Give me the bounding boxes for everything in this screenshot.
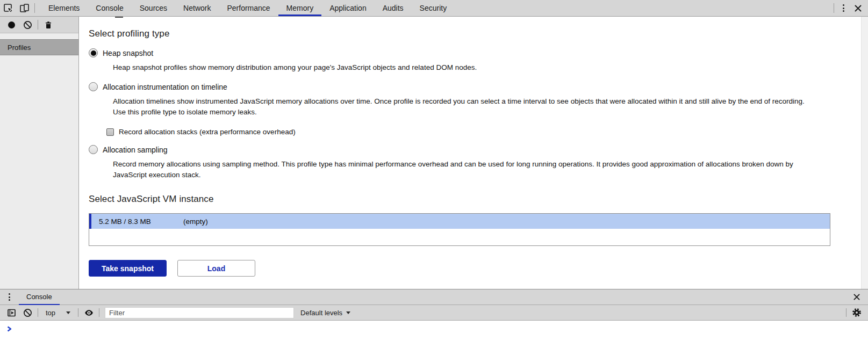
checkbox-label[interactable]: Record allocation stacks (extra performa… bbox=[119, 128, 296, 136]
more-options-icon[interactable] bbox=[836, 1, 851, 15]
radio-button-checked[interactable] bbox=[89, 48, 98, 57]
toolbar-separator bbox=[78, 308, 78, 317]
toolbar-separator bbox=[38, 20, 38, 30]
close-drawer-icon[interactable] bbox=[850, 290, 864, 304]
radio-heap-snapshot[interactable]: Heap snapshot bbox=[89, 48, 817, 57]
chevron-down-icon bbox=[346, 311, 350, 314]
tab-network[interactable]: Network bbox=[175, 0, 219, 16]
console-prompt-chevron-icon[interactable] bbox=[6, 324, 12, 334]
tab-console[interactable]: Console bbox=[88, 0, 131, 16]
checkbox-record-stacks[interactable] bbox=[106, 128, 114, 136]
panel-tabs: Elements Console Sources Network Perform… bbox=[40, 0, 455, 16]
vm-instance-size: 5.2 MB / 8.3 MB bbox=[99, 218, 183, 226]
memory-panel-content: Select profiling type Heap snapshot Heap… bbox=[80, 17, 868, 289]
sidebar-item-profiles[interactable]: Profiles bbox=[0, 39, 78, 55]
console-toolbar: top Default levels bbox=[0, 305, 868, 321]
vm-instance-title: (empty) bbox=[183, 218, 208, 226]
profiling-type-heading: Select profiling type bbox=[89, 28, 817, 39]
chevron-down-icon bbox=[66, 311, 70, 314]
vm-instance-row-selected[interactable]: 5.2 MB / 8.3 MB (empty) bbox=[89, 214, 830, 229]
radio-button[interactable] bbox=[89, 145, 98, 154]
toolbar-separator bbox=[99, 308, 99, 317]
allocation-timeline-description: Allocation timelines show instrumented J… bbox=[113, 96, 817, 118]
toolbar-separator bbox=[38, 308, 38, 317]
console-output-area[interactable] bbox=[0, 321, 868, 348]
record-profile-icon[interactable] bbox=[3, 17, 19, 33]
close-devtools-icon[interactable] bbox=[851, 1, 865, 15]
inspect-element-icon[interactable] bbox=[0, 0, 16, 16]
tab-memory[interactable]: Memory bbox=[278, 0, 322, 16]
vm-instance-list: 5.2 MB / 8.3 MB (empty) bbox=[89, 213, 830, 246]
drawer-more-options-icon[interactable] bbox=[3, 290, 16, 304]
tab-sources[interactable]: Sources bbox=[132, 0, 175, 16]
clear-console-icon[interactable] bbox=[19, 305, 35, 321]
device-toolbar-icon[interactable] bbox=[16, 0, 32, 16]
action-buttons: Take snapshot Load bbox=[89, 260, 817, 277]
console-drawer: Console top bbox=[0, 289, 868, 348]
clear-profiles-icon[interactable] bbox=[19, 17, 35, 33]
context-label: top bbox=[46, 309, 55, 317]
drawer-header: Console bbox=[0, 289, 868, 305]
vertical-scrollbar[interactable] bbox=[861, 17, 868, 289]
record-allocation-stacks-row[interactable]: Record allocation stacks (extra performa… bbox=[106, 128, 817, 136]
load-button[interactable]: Load bbox=[177, 260, 255, 277]
tab-elements[interactable]: Elements bbox=[40, 0, 88, 16]
take-snapshot-button[interactable]: Take snapshot bbox=[89, 260, 167, 277]
toolbar-separator bbox=[846, 308, 847, 317]
tab-audits[interactable]: Audits bbox=[375, 0, 412, 16]
drawer-tab-console[interactable]: Console bbox=[19, 289, 60, 305]
sidebar-item-label: Profiles bbox=[8, 44, 31, 52]
vm-instance-heading: Select JavaScript VM instance bbox=[89, 194, 817, 205]
radio-button[interactable] bbox=[89, 82, 98, 91]
radio-label[interactable]: Allocation instrumentation on timeline bbox=[103, 83, 227, 91]
trash-icon[interactable] bbox=[40, 17, 56, 33]
heap-snapshot-description: Heap snapshot profiles show memory distr… bbox=[113, 62, 817, 73]
devtools-main-toolbar: Elements Console Sources Network Perform… bbox=[0, 0, 868, 17]
toolbar-right-controls bbox=[831, 1, 865, 15]
radio-label[interactable]: Allocation sampling bbox=[103, 146, 168, 154]
radio-allocation-timeline[interactable]: Allocation instrumentation on timeline bbox=[89, 82, 817, 91]
toolbar-separator bbox=[834, 3, 834, 13]
memory-panel-toolbar bbox=[0, 17, 78, 33]
radio-allocation-sampling[interactable]: Allocation sampling bbox=[89, 145, 817, 154]
console-settings-gear-icon[interactable] bbox=[849, 305, 865, 321]
console-filter-input[interactable] bbox=[105, 307, 294, 318]
memory-sidebar-panel: Profiles bbox=[0, 17, 79, 289]
console-sidebar-icon[interactable] bbox=[3, 305, 19, 321]
tab-application[interactable]: Application bbox=[321, 0, 375, 16]
live-expression-eye-icon[interactable] bbox=[81, 305, 97, 321]
levels-label: Default levels bbox=[300, 309, 342, 317]
tab-security[interactable]: Security bbox=[412, 0, 455, 16]
log-levels-selector[interactable]: Default levels bbox=[294, 309, 357, 317]
scroll-artifact bbox=[115, 17, 123, 18]
allocation-sampling-description: Record memory allocations using sampling… bbox=[113, 159, 817, 180]
toolbar-separator bbox=[34, 3, 35, 13]
execution-context-selector[interactable]: top bbox=[40, 309, 76, 317]
tab-performance[interactable]: Performance bbox=[219, 0, 278, 16]
radio-label[interactable]: Heap snapshot bbox=[103, 49, 153, 57]
